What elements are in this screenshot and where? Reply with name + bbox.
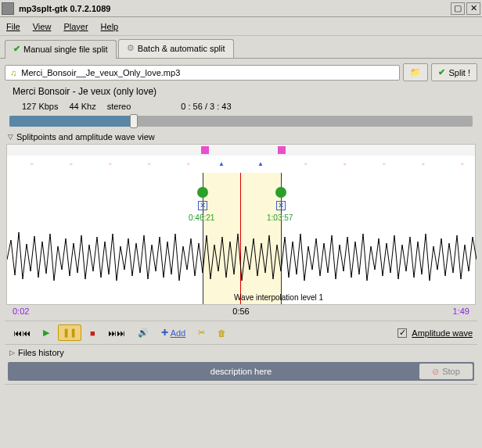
maximize-button[interactable]: ▢ xyxy=(451,2,465,15)
description-text: description here xyxy=(210,367,272,376)
file-input[interactable]: ♫ Merci_Bonsoir__Je_veux_Only_love.mp3 xyxy=(5,65,400,81)
tick-mark: ⏑ xyxy=(383,160,386,167)
split-label: Split ! xyxy=(448,68,470,77)
waveform xyxy=(7,224,477,295)
next-button[interactable]: ⏭⏭ xyxy=(104,326,129,340)
volume-button[interactable]: 🔊 xyxy=(134,325,153,340)
description-bar: description here ⊘ Stop xyxy=(8,362,474,381)
close-button[interactable]: ✕ xyxy=(466,2,480,15)
window-title: mp3splt-gtk 0.7.2.1089 xyxy=(19,4,449,13)
position: 0 : 56 / 3 : 43 xyxy=(181,102,231,111)
track-title: Merci Bonsoir - Je veux (only love) xyxy=(5,81,477,99)
music-icon: ♫ xyxy=(10,68,16,77)
menu-player[interactable]: Player xyxy=(63,22,88,31)
stop-button[interactable]: ■ xyxy=(86,326,99,340)
stop-icon: ⊘ xyxy=(432,367,439,377)
play-button[interactable]: ▶ xyxy=(39,325,53,340)
marker-square[interactable] xyxy=(201,146,209,154)
prev-button[interactable]: ⏮⏮ xyxy=(9,326,34,340)
bitrate: 127 Kbps xyxy=(22,102,58,111)
tick-mark: ⏑ xyxy=(187,160,190,167)
progress-bar[interactable] xyxy=(9,116,473,127)
tick-mark: ▲ xyxy=(218,160,225,167)
tab-manual-split[interactable]: ✔ Manual single file split xyxy=(5,40,117,59)
tick-mark: ⏑ xyxy=(148,160,151,167)
expand-icon[interactable]: ▽ xyxy=(8,133,13,141)
delete-splitpoint[interactable]: ✕ xyxy=(198,201,207,210)
splitpoint-time: 1:03:57 xyxy=(267,213,293,222)
amplitude-label: Amplitude wave xyxy=(412,328,473,338)
check-icon: ✔ xyxy=(13,44,20,54)
progress-fill xyxy=(9,116,130,127)
add-button[interactable]: ✚ Add xyxy=(157,325,190,340)
tick-mark: ⏑ xyxy=(31,160,34,167)
file-name: Merci_Bonsoir__Je_veux_Only_love.mp3 xyxy=(21,68,180,77)
axis-mid: 0:56 xyxy=(232,306,249,316)
cut-button[interactable]: ✂ xyxy=(194,325,209,340)
menu-view[interactable]: View xyxy=(33,22,52,31)
chain-icon: ⚙ xyxy=(127,43,135,53)
tick-mark: ⏑ xyxy=(461,160,464,167)
wave-interpolation-label: Wave interpolation level 1 xyxy=(234,293,323,302)
delete-splitpoint[interactable]: ✕ xyxy=(276,201,286,210)
remove-button[interactable]: 🗑 xyxy=(214,326,230,340)
pause-button[interactable]: ❚❚ xyxy=(58,324,81,341)
expand-icon[interactable]: ▷ xyxy=(9,349,15,357)
menu-help[interactable]: Help xyxy=(101,22,119,31)
status-bar xyxy=(5,384,477,395)
splitpoint-handle[interactable] xyxy=(275,187,286,198)
tick-mark: ▲ xyxy=(257,160,264,167)
samplerate: 44 Khz xyxy=(69,102,95,111)
amplitude-checkbox[interactable]: ✓ xyxy=(397,328,407,338)
browse-button[interactable]: 📁 xyxy=(403,63,428,81)
tab-batch-split[interactable]: ⚙ Batch & automatic split xyxy=(118,39,234,58)
channels: stereo xyxy=(107,102,131,111)
splitpoint-time: 0:46:21 xyxy=(189,213,214,222)
tick-mark: ⏑ xyxy=(344,160,347,167)
progress-thumb[interactable] xyxy=(130,114,138,128)
tab-label: Batch & automatic split xyxy=(138,44,225,53)
marker-square[interactable] xyxy=(278,146,286,154)
stop-task-button[interactable]: ⊘ Stop xyxy=(419,364,473,379)
files-history-label: Files history xyxy=(18,348,64,357)
tick-mark: ⏑ xyxy=(109,160,112,167)
tick-mark: ⏑ xyxy=(422,160,425,167)
folder-icon: 📁 xyxy=(410,67,421,77)
wave-view[interactable]: ⏑ ⏑ ⏑ ⏑ ⏑ ▲ ▲ ⏑ ⏑ ⏑ ⏑ ⏑ ✕ ✕ 0:46:21 1:03… xyxy=(6,144,476,305)
check-icon: ✔ xyxy=(438,67,445,77)
tick-mark: ⏑ xyxy=(70,160,73,167)
splitpoint-handle[interactable] xyxy=(197,187,208,198)
section-title: Splitpoints and amplitude wave view xyxy=(16,132,155,142)
axis-left: 0:02 xyxy=(13,306,29,316)
split-button[interactable]: ✔ Split ! xyxy=(431,63,477,81)
tab-label: Manual single file split xyxy=(23,45,108,54)
tick-mark: ⏑ xyxy=(304,160,308,167)
add-label: Add xyxy=(171,328,186,338)
stop-label: Stop xyxy=(442,367,460,376)
menu-file[interactable]: File xyxy=(6,22,20,31)
plus-icon: ✚ xyxy=(161,328,168,338)
axis-right: 1:49 xyxy=(453,306,469,316)
app-icon xyxy=(2,2,14,15)
